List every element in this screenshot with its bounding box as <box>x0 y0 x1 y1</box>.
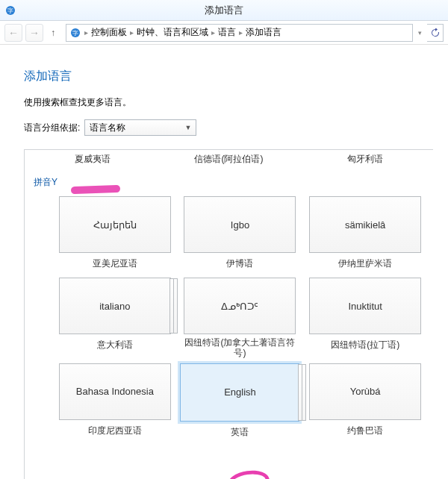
group-select-value: 语言名称 <box>90 122 125 134</box>
breadcrumb-item[interactable]: 添加语言 <box>246 26 281 39</box>
chevron-right-icon: ▸ <box>237 28 244 37</box>
language-item[interactable]: Igbo 伊博语 <box>180 196 301 278</box>
group-row: 语言分组依据: 语言名称 ▼ <box>24 119 433 136</box>
language-item[interactable]: sämikielâ 伊纳里萨米语 <box>305 196 426 278</box>
breadcrumb-item[interactable]: 时钟、语言和区域 <box>137 26 208 39</box>
language-native: English <box>224 386 256 398</box>
language-caption: 信德语(阿拉伯语) <box>165 150 292 172</box>
nav-toolbar: ← → ↑ 字 ▸ 控制面板 ▸ 时钟、语言和区域 ▸ 语言 ▸ 添加语言 ▾ <box>0 21 448 45</box>
language-item[interactable]: English 英语 <box>180 363 301 446</box>
language-item[interactable]: Inuktitut 因纽特语(拉丁语) <box>305 278 426 363</box>
language-tile: sämikielâ <box>309 196 421 253</box>
language-tile: Bahasa Indonesia <box>59 363 171 420</box>
language-caption: 因纽特语(加拿大土著语言符号) <box>180 334 301 363</box>
up-button[interactable]: ↑ <box>46 28 60 38</box>
language-tile: ᐃᓄᒃᑎᑐᑦ <box>184 278 296 334</box>
chevron-right-icon: ▸ <box>210 28 217 37</box>
page-subtitle: 使用搜索框查找更多语言。 <box>24 96 433 109</box>
refresh-button[interactable] <box>427 24 444 42</box>
breadcrumb-icon: 字 <box>69 27 81 39</box>
language-native: ᐃᓄᒃᑎᑐᑦ <box>221 301 258 312</box>
language-grid: Հայերեն 亚美尼亚语 Igbo 伊博语 sämikielâ 伊纳里萨米语 … <box>25 190 433 446</box>
language-caption: 约鲁巴语 <box>305 420 426 445</box>
breadcrumb-item[interactable]: 语言 <box>218 26 236 39</box>
chevron-right-icon: ▸ <box>128 28 135 37</box>
language-tile-selected: English <box>180 363 299 422</box>
chevron-right-icon: ▸ <box>83 28 90 37</box>
language-item[interactable]: ᐃᓄᒃᑎᑐᑦ 因纽特语(加拿大土著语言符号) <box>180 278 301 363</box>
breadcrumb-dropdown[interactable]: ▾ <box>416 29 424 37</box>
svg-text:字: 字 <box>7 7 13 14</box>
language-tile: Yorùbá <box>309 363 421 420</box>
back-button[interactable]: ← <box>4 24 22 42</box>
arrow-left-icon: ← <box>8 28 19 38</box>
language-tile: italiano <box>59 278 171 334</box>
svg-text:字: 字 <box>72 30 78 37</box>
language-caption: 亚美尼亚语 <box>55 253 175 278</box>
window-icon: 字 <box>4 4 16 16</box>
language-tile: Հայերեն <box>59 196 171 253</box>
refresh-icon <box>431 28 440 37</box>
language-item[interactable]: italiano 意大利语 <box>55 278 175 363</box>
prev-group-captions: 夏威夷语 信德语(阿拉伯语) 匈牙利语 <box>25 150 433 172</box>
language-tile: Inuktitut <box>309 278 421 334</box>
language-item[interactable]: Հայերեն 亚美尼亚语 <box>55 196 175 278</box>
language-native: Inuktitut <box>348 301 382 312</box>
language-native: Yorùbá <box>350 386 381 397</box>
language-native: Bahasa Indonesia <box>76 386 154 397</box>
language-native: Igbo <box>231 219 249 231</box>
language-caption: 印度尼西亚语 <box>55 420 175 445</box>
language-tile: Igbo <box>184 196 296 253</box>
breadcrumb-item[interactable]: 控制面板 <box>91 26 127 39</box>
language-caption: 匈牙利语 <box>302 150 429 172</box>
language-caption: 英语 <box>180 422 301 446</box>
annotation-circle <box>226 468 271 479</box>
language-caption: 夏威夷语 <box>29 150 156 172</box>
window-title: 添加语言 <box>205 4 243 17</box>
language-caption: 伊纳里萨米语 <box>305 253 426 278</box>
language-item[interactable]: Bahasa Indonesia 印度尼西亚语 <box>55 363 175 446</box>
group-select[interactable]: 语言名称 ▼ <box>84 119 196 136</box>
language-native: Հայերեն <box>93 219 137 231</box>
language-caption: 因纽特语(拉丁语) <box>305 334 426 359</box>
breadcrumb[interactable]: 字 ▸ 控制面板 ▸ 时钟、语言和区域 ▸ 语言 ▸ 添加语言 <box>66 24 413 42</box>
chevron-down-icon: ▼ <box>184 124 191 131</box>
group-label: 语言分组依据: <box>24 122 80 134</box>
page-title: 添加语言 <box>24 69 433 84</box>
language-caption: 意大利语 <box>55 334 175 359</box>
language-item[interactable]: Yorùbá 约鲁巴语 <box>305 363 426 446</box>
language-list[interactable]: 夏威夷语 信德语(阿拉伯语) 匈牙利语 拼音Y Հայերեն 亚美尼亚语 Ig… <box>24 149 433 479</box>
page-content: 添加语言 使用搜索框查找更多语言。 语言分组依据: 语言名称 ▼ 夏威夷语 信德… <box>0 45 448 479</box>
window-titlebar: 字 添加语言 <box>0 0 448 21</box>
arrow-right-icon: → <box>29 28 40 38</box>
language-native: sämikielâ <box>345 219 385 231</box>
language-caption: 伊博语 <box>180 253 301 278</box>
forward-button[interactable]: → <box>25 24 43 42</box>
language-native: italiano <box>99 301 130 312</box>
